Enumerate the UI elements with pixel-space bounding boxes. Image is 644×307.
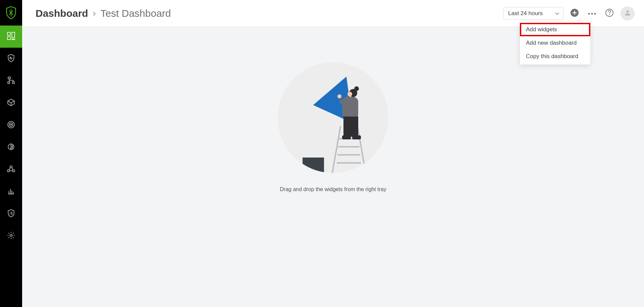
empty-state-illustration (278, 62, 388, 173)
svg-rect-5 (8, 82, 9, 83)
person-icon (624, 9, 631, 18)
sidebar (0, 0, 22, 307)
help-button[interactable] (603, 7, 616, 20)
svg-rect-1 (7, 37, 10, 40)
plus-circle-icon (570, 8, 579, 19)
sidebar-item-dashboard[interactable] (0, 26, 22, 48)
svg-rect-2 (12, 32, 15, 37)
svg-point-18 (594, 13, 596, 14)
shield-list-icon (7, 209, 15, 219)
svg-point-7 (8, 121, 14, 128)
gear-icon (7, 231, 15, 241)
time-range-label: Last 24 hours (508, 10, 543, 16)
ellipsis-icon (588, 10, 596, 16)
sidebar-item-radar[interactable] (0, 114, 22, 136)
svg-point-9 (10, 124, 11, 125)
brand-logo (0, 0, 22, 26)
svg-point-17 (591, 13, 593, 14)
sidebar-item-packages[interactable] (0, 92, 22, 114)
user-avatar[interactable] (621, 6, 635, 20)
shield-pulse-icon (7, 54, 15, 64)
sidebar-item-settings[interactable] (0, 225, 22, 247)
tree-icon (7, 76, 15, 86)
target-icon (7, 120, 15, 130)
more-button[interactable] (586, 7, 598, 20)
sidebar-item-analytics[interactable] (0, 181, 22, 203)
svg-point-8 (9, 123, 13, 127)
menu-item-copy-this-dashboard[interactable]: Copy this dashboard (520, 50, 590, 63)
svg-rect-4 (8, 77, 10, 79)
sidebar-item-security[interactable] (0, 48, 22, 70)
main: Dashboard › Test Dashboard Last 24 hours (22, 0, 644, 307)
sidebar-item-integrations[interactable] (0, 159, 22, 181)
svg-point-20 (609, 14, 610, 15)
sidebar-item-checklist[interactable] (0, 203, 22, 225)
breadcrumb: Dashboard › Test Dashboard (36, 8, 171, 19)
breadcrumb-root[interactable]: Dashboard (36, 8, 88, 19)
caret-down-icon (555, 10, 559, 17)
svg-point-12 (7, 170, 10, 172)
help-icon (605, 8, 614, 18)
face-icon (7, 142, 15, 152)
svg-rect-6 (12, 82, 14, 83)
dashboard-icon (7, 32, 15, 42)
connections-icon (7, 165, 15, 175)
content: Drag and drop the widgets from the right… (22, 27, 644, 307)
menu-item-add-widgets[interactable]: Add widgets (520, 23, 590, 36)
svg-point-21 (626, 10, 629, 12)
header: Dashboard › Test Dashboard Last 24 hours (22, 0, 644, 27)
menu-item-add-new-dashboard[interactable]: Add new dashboard (520, 36, 590, 50)
svg-rect-3 (12, 39, 15, 40)
breadcrumb-current: Test Dashboard (100, 8, 171, 19)
time-range-select[interactable]: Last 24 hours (503, 7, 564, 20)
sidebar-item-topology[interactable] (0, 70, 22, 92)
bar-chart-icon (7, 187, 15, 197)
svg-point-13 (12, 170, 15, 172)
svg-point-16 (588, 13, 590, 14)
empty-state-hint: Drag and drop the widgets from the right… (280, 186, 386, 192)
add-menu-dropdown: Add widgets Add new dashboard Copy this … (520, 21, 590, 64)
svg-rect-0 (7, 32, 10, 35)
chevron-right-icon: › (93, 8, 96, 18)
svg-point-14 (10, 234, 12, 237)
add-button[interactable] (568, 7, 581, 20)
cube-icon (7, 98, 15, 108)
sidebar-item-identity[interactable] (0, 136, 22, 159)
